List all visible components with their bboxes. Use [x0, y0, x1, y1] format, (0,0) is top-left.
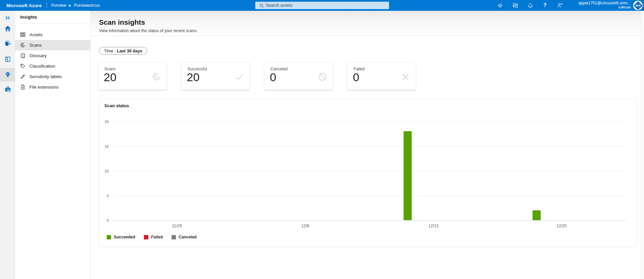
y-axis-tick-label: 5	[107, 194, 109, 198]
x-axis-tick-label: 12/6	[301, 224, 309, 228]
bar-succeeded	[533, 210, 541, 220]
breadcrumb-purview[interactable]: Purview	[51, 3, 66, 8]
time-filter-value: Last 30 days	[117, 49, 142, 53]
left-rail	[0, 11, 15, 279]
bar-succeeded	[404, 131, 412, 220]
prohibited-icon	[318, 72, 327, 82]
sidebar-item-glossary[interactable]: Glossary	[15, 50, 91, 61]
kpi-card-successful: Successful 20	[181, 62, 250, 90]
rail-item-sources[interactable]	[0, 37, 15, 50]
sensitivity-label-icon	[20, 74, 26, 79]
y-axis-tick-label: 15	[105, 144, 109, 148]
account-email: appie1701@circusmi6.onm...	[578, 1, 631, 5]
page-subtitle: View information about the status of you…	[99, 28, 198, 33]
glossary-book-icon	[20, 53, 26, 59]
expand-rail-button[interactable]	[0, 14, 15, 22]
x-icon	[401, 72, 410, 82]
avatar[interactable]: MVP	[633, 1, 643, 10]
help-icon[interactable]: ?	[542, 2, 548, 9]
sidebar-item-label: File extensions	[29, 85, 59, 90]
mvp-badge-icon: MVP	[634, 1, 643, 10]
classification-tag-icon	[20, 63, 26, 69]
account-menu[interactable]: appie1701@circusmi6.onm... CIRCUS	[578, 1, 631, 10]
sidebar-item-assets[interactable]: Assets	[15, 29, 91, 40]
chart-title: Scan status	[104, 103, 129, 108]
scan-target-icon	[152, 72, 161, 82]
scans-icon	[20, 42, 26, 48]
sidebar-item-label: Glossary	[29, 53, 47, 58]
main-content: Scan insights View information about the…	[91, 11, 644, 279]
sidebar-item-scans[interactable]: Scans	[15, 40, 91, 50]
gridline	[113, 121, 626, 122]
sidebar-item-label: Classification	[29, 64, 55, 69]
legend-label: Succeeded	[114, 235, 135, 239]
rail-item-catalog[interactable]	[0, 53, 15, 66]
y-axis-tick-label: 20	[105, 120, 109, 124]
sidebar-item-label: Scans	[29, 43, 42, 48]
gridline	[113, 171, 626, 171]
y-axis-tick-label: 0	[107, 218, 109, 223]
page-title: Scan insights	[99, 18, 145, 26]
switch-directory-icon[interactable]	[512, 2, 519, 9]
rail-item-home[interactable]	[0, 22, 15, 36]
time-filter-pill[interactable]: Time : Last 30 days	[99, 47, 147, 55]
chart-plot: 0510152011/2912/612/1312/20	[113, 122, 626, 220]
gridline	[113, 195, 626, 196]
x-axis-tick-label: 12/20	[557, 224, 567, 228]
top-bar: Microsoft Azure Purview ▶ Purviewcircus …	[0, 0, 644, 11]
double-chevron-right-icon	[5, 16, 10, 20]
sidebar-item-file-extensions[interactable]: File extensions	[15, 82, 91, 92]
kpi-value: 0	[353, 71, 359, 84]
checkmark-icon	[235, 72, 244, 82]
global-search[interactable]	[255, 2, 389, 9]
assets-grid-icon	[20, 32, 26, 38]
azure-brand[interactable]: Microsoft Azure	[6, 3, 42, 8]
gridline	[113, 220, 626, 220]
gridline	[113, 146, 626, 146]
kpi-value: 0	[270, 71, 276, 84]
kpi-value: 20	[104, 71, 117, 84]
scrollbar-track[interactable]	[641, 11, 644, 279]
y-axis-tick-label: 10	[105, 169, 109, 173]
management-toolbox-icon	[4, 85, 12, 93]
topbar-icon-group: ?	[497, 0, 563, 11]
legend-item-succeeded: Succeeded	[107, 235, 135, 239]
account-tenant: CIRCUS	[578, 5, 631, 10]
x-axis-tick-label: 12/13	[428, 224, 438, 228]
time-filter-label: Time :	[104, 49, 115, 53]
file-extensions-icon	[20, 84, 26, 90]
page-header: Scan insights View information about the…	[91, 11, 644, 36]
rail-item-insights[interactable]	[0, 68, 15, 82]
kpi-card-failed: Failed 0	[347, 62, 416, 90]
data-source-icon	[4, 39, 12, 47]
sidebar-item-sensitivity-labels[interactable]: Sensitivity labels	[15, 71, 91, 82]
legend-item-canceled: Canceled	[172, 235, 197, 239]
insights-sidebar: Insights Assets Scans Glossary Classific…	[15, 11, 91, 279]
rail-item-management[interactable]	[0, 83, 15, 96]
kpi-card-canceled: Canceled 0	[264, 62, 333, 90]
search-input[interactable]	[266, 3, 386, 8]
legend-item-failed: Failed	[144, 235, 163, 239]
kpi-card-scans: Scans 20	[98, 62, 167, 90]
legend-label: Canceled	[179, 235, 197, 239]
legend-swatch	[172, 235, 176, 239]
x-axis-tick-label: 11/29	[172, 224, 182, 228]
notifications-bell-icon[interactable]	[527, 2, 534, 9]
sidebar-item-label: Assets	[29, 32, 43, 37]
sidebar-item-classification[interactable]: Classification	[15, 61, 91, 71]
sidebar-item-label: Sensitivity labels	[29, 74, 62, 79]
legend-label: Failed	[151, 235, 163, 239]
feedback-icon[interactable]	[557, 2, 563, 9]
announcements-icon[interactable]	[497, 2, 504, 9]
home-icon	[4, 25, 12, 33]
breadcrumb-chevron-icon: ▶	[69, 4, 71, 7]
open-book-icon	[4, 55, 12, 64]
legend-swatch	[107, 235, 111, 239]
kpi-value: 20	[187, 71, 200, 84]
breadcrumb-purviewcircus[interactable]: Purviewcircus	[74, 3, 100, 8]
sidebar-divider	[20, 24, 85, 24]
scan-status-panel: Scan status 0510152011/2912/612/1312/20 …	[99, 99, 637, 247]
chart-legend: SucceededFailedCanceled	[107, 235, 197, 239]
topbar-divider	[47, 3, 47, 8]
insights-lightbulb-icon	[4, 71, 12, 79]
